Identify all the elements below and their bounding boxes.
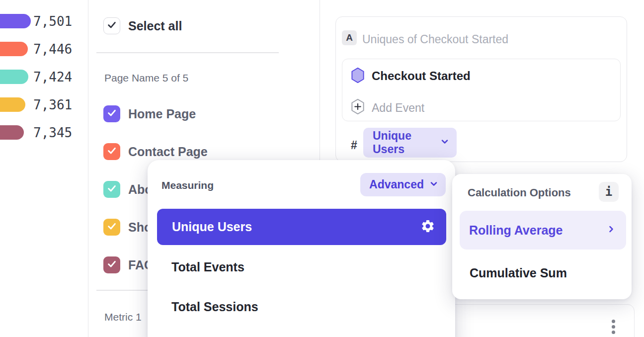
divider-legend bbox=[88, 0, 88, 337]
event-name[interactable]: Checkout Started bbox=[372, 69, 471, 84]
add-event-button[interactable]: Add Event bbox=[372, 100, 424, 115]
legend-value: 7,361 bbox=[33, 97, 72, 112]
series-badge: A bbox=[342, 30, 357, 45]
legend-bar bbox=[0, 14, 31, 28]
menu-item-unique-users[interactable]: Unique Users bbox=[157, 209, 446, 245]
legend-value: 7,446 bbox=[33, 42, 72, 57]
event-card: Checkout Started Add Event bbox=[342, 59, 621, 121]
legend-value: 7,345 bbox=[33, 125, 72, 140]
page-row-label: Home Page bbox=[128, 105, 196, 122]
check-icon bbox=[106, 107, 117, 120]
legend-value: 7,501 bbox=[33, 14, 72, 29]
advanced-mode-label: Advanced bbox=[369, 178, 424, 191]
legend-bar bbox=[0, 42, 28, 56]
menu-item-total-events[interactable]: Total Events bbox=[171, 259, 244, 274]
menu-item-label: Unique Users bbox=[172, 220, 252, 234]
query-builder-card: A Uniques of Checkout Started Checkout S… bbox=[335, 16, 627, 162]
menu-item-label: Rolling Average bbox=[469, 223, 563, 238]
menu-item-rolling-average[interactable]: Rolling Average bbox=[460, 211, 626, 250]
checkbox-home-page[interactable] bbox=[103, 105, 120, 122]
check-icon bbox=[106, 183, 117, 196]
gear-icon[interactable] bbox=[420, 219, 435, 236]
info-glyph: i bbox=[605, 185, 612, 199]
select-all-checkbox[interactable] bbox=[103, 17, 120, 34]
measuring-title: Measuring bbox=[161, 179, 214, 192]
analytics-screen: 7,501 7,446 7,424 7,361 7,345 Select all… bbox=[0, 0, 644, 337]
menu-item-cumulative-sum[interactable]: Cumulative Sum bbox=[470, 265, 567, 280]
event-hexagon-icon bbox=[350, 67, 365, 84]
legend-value: 7,424 bbox=[33, 70, 72, 84]
kebab-menu-icon[interactable] bbox=[607, 317, 619, 337]
select-all-label: Select all bbox=[128, 17, 182, 34]
legend-bar bbox=[0, 125, 24, 140]
metric-symbol: # bbox=[351, 137, 357, 154]
check-icon bbox=[106, 145, 117, 158]
legend-bar bbox=[0, 70, 28, 84]
check-icon bbox=[106, 221, 117, 234]
checkbox-faq-page[interactable] bbox=[103, 256, 120, 273]
legend-bar bbox=[0, 97, 25, 112]
advanced-mode-dropdown[interactable]: Advanced bbox=[360, 173, 446, 196]
metric-label: Metric 1 bbox=[104, 311, 142, 324]
chevron-down-icon bbox=[440, 137, 450, 149]
checkbox-shop-page[interactable] bbox=[103, 219, 120, 236]
metric-dropdown-value: Unique Users bbox=[373, 129, 440, 156]
info-icon[interactable]: i bbox=[599, 182, 619, 202]
measuring-dropdown: Measuring Advanced Unique Users Total Ev… bbox=[148, 160, 455, 337]
divider bbox=[96, 52, 279, 53]
add-event-icon bbox=[350, 98, 365, 115]
metric-dropdown[interactable]: Unique Users bbox=[363, 128, 457, 158]
chevron-right-icon bbox=[606, 224, 616, 236]
checkbox-about-page[interactable] bbox=[103, 181, 120, 198]
chevron-down-icon bbox=[429, 179, 439, 191]
check-icon bbox=[106, 19, 117, 32]
menu-item-total-sessions[interactable]: Total Sessions bbox=[171, 299, 258, 314]
check-icon bbox=[106, 258, 117, 271]
calculation-options-popup: Calculation Options i Rolling Average Cu… bbox=[452, 174, 632, 299]
series-name-input[interactable]: Uniques of Checkout Started bbox=[362, 32, 508, 47]
page-row-label: Contact Page bbox=[128, 143, 208, 160]
checkbox-contact-page[interactable] bbox=[103, 143, 120, 160]
calculation-options-title: Calculation Options bbox=[468, 186, 571, 200]
group-label: Page Name 5 of 5 bbox=[104, 72, 188, 84]
